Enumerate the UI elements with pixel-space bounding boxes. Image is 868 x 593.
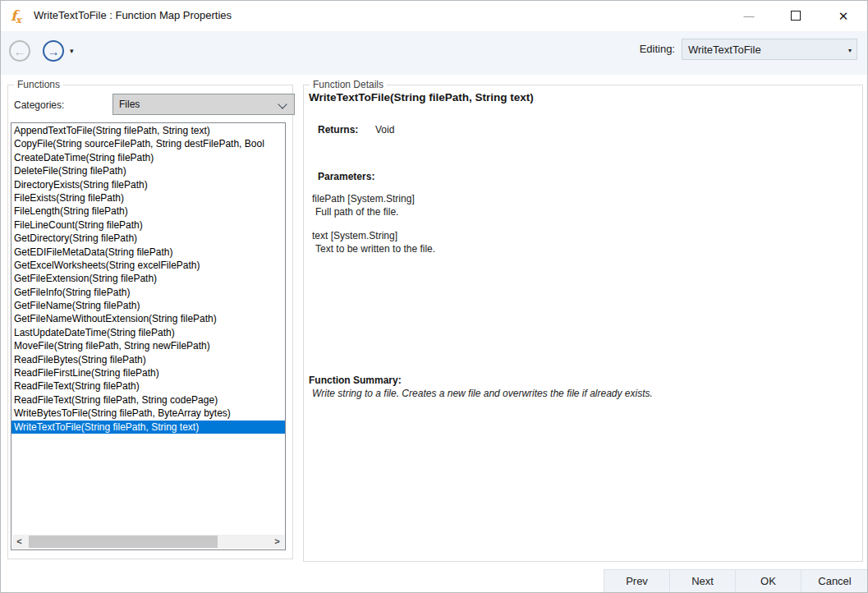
function-list-item[interactable]: MoveFile(String filePath, String newFile… [11,339,285,352]
categories-label: Categories: [14,99,64,111]
parameter-description: Full path of the file. [312,206,415,218]
title-bar: fx WriteTextToFile : Function Map Proper… [1,1,867,31]
close-icon: ✕ [838,9,849,23]
function-list-item[interactable]: DirectoryExists(String filePath) [11,178,285,191]
ok-button[interactable]: OK [735,569,801,593]
navigation-toolbar: ← → ▾ Editing: WriteTextToFile ▾ [1,31,867,75]
functions-groupbox: Functions Categories: Files AppendTextTo… [7,85,293,559]
function-list-item[interactable]: GetFileInfo(String filePath) [11,286,285,299]
function-list-item[interactable]: CopyFile(String sourceFilePath, String d… [11,137,285,150]
function-list-item[interactable]: ReadFileFirstLine(String filePath) [11,366,285,379]
function-details-groupbox: Function Details WriteTextToFile(String … [303,85,863,562]
scroll-right-icon[interactable]: > [270,535,284,549]
back-arrow-icon: ← [14,44,26,58]
chevron-down-icon [278,99,287,108]
function-list-item[interactable]: WriteBytesToFile(String filePath, ByteAr… [11,407,285,420]
parameter-name: text [System.String] [312,230,435,241]
close-button[interactable]: ✕ [824,1,862,31]
chevron-down-icon: ▾ [848,47,852,54]
parameters-label: Parameters: [318,171,374,182]
parameter-description: Text to be written to the file. [312,243,435,255]
forward-button[interactable]: → [43,40,64,62]
returns-label: Returns: [318,124,358,136]
parameter-name: filePath [System.String] [312,193,415,205]
back-button[interactable]: ← [9,40,30,62]
functions-groupbox-title: Functions [14,78,63,91]
function-details-groupbox-title: Function Details [310,78,387,91]
editing-label: Editing: [640,43,675,55]
function-list-item[interactable]: GetExcelWorksheets(String excelFilePath) [11,259,285,272]
editing-combobox-value: WriteTextToFile [688,44,761,56]
scrollbar-thumb[interactable] [29,536,218,548]
forward-arrow-icon: → [48,44,60,58]
maximize-button[interactable] [777,1,815,31]
function-list-item[interactable]: ReadFileText(String filePath, String cod… [11,393,285,407]
function-summary-text: Write string to a file. Creates a new fi… [312,388,653,399]
prev-button[interactable]: Prev [604,569,670,593]
maximize-icon [791,11,801,21]
cancel-button[interactable]: Cancel [801,569,868,593]
function-list-item[interactable]: GetFileName(String filePath) [11,299,285,312]
editing-function-combobox[interactable]: WriteTextToFile ▾ [682,39,857,60]
scroll-left-icon[interactable]: < [12,535,26,549]
categories-combobox[interactable]: Files [113,94,295,115]
function-list-item[interactable]: FileLineCount(String filePath) [11,218,285,232]
function-list-item[interactable]: FileExists(String filePath) [11,191,285,205]
function-list-item[interactable]: ReadFileBytes(String filePath) [11,353,285,366]
next-button[interactable]: Next [669,569,736,593]
minimize-button[interactable]: — [730,1,768,31]
function-list-item[interactable]: WriteTextToFile(String filePath, String … [11,421,285,434]
function-list-item[interactable]: FileLength(String filePath) [11,205,285,218]
returns-value: Void [375,124,394,136]
function-summary-label: Function Summary: [309,375,402,386]
function-list-item[interactable]: GetDirectory(String filePath) [11,232,285,245]
function-list-item[interactable]: DeleteFile(String filePath) [11,164,285,177]
function-list-item[interactable]: GetFileExtension(String filePath) [11,272,285,285]
function-list-item[interactable]: AppendTextToFile(String filePath, String… [11,124,285,137]
window-title: WriteTextToFile : Function Map Propertie… [34,9,232,21]
parameter-item: text [System.String] Text to be written … [312,230,435,255]
function-list-item[interactable]: ReadFileText(String filePath) [11,379,285,393]
forward-dropdown-caret[interactable]: ▾ [70,47,74,55]
function-list-items: AppendTextToFile(String filePath, String… [11,124,285,434]
function-signature: WriteTextToFile(String filePath, String … [309,91,534,103]
categories-combobox-value: Files [119,99,140,110]
function-list-item[interactable]: LastUpdateDateTime(String filePath) [11,326,285,339]
function-map-properties-dialog: fx WriteTextToFile : Function Map Proper… [0,0,868,593]
function-list-item[interactable]: CreateDateTime(String filePath) [11,151,285,164]
horizontal-scrollbar[interactable]: < > [12,535,284,549]
parameter-item: filePath [System.String] Full path of th… [312,193,415,218]
function-list-item[interactable]: GetFileNameWithoutExtension(String fileP… [11,312,285,325]
function-list-item[interactable]: GetEDIFileMetaData(String filePath) [11,246,285,259]
minimize-icon: — [744,10,755,22]
fx-function-icon: fx [11,7,30,25]
function-list[interactable]: AppendTextToFile(String filePath, String… [11,122,286,550]
